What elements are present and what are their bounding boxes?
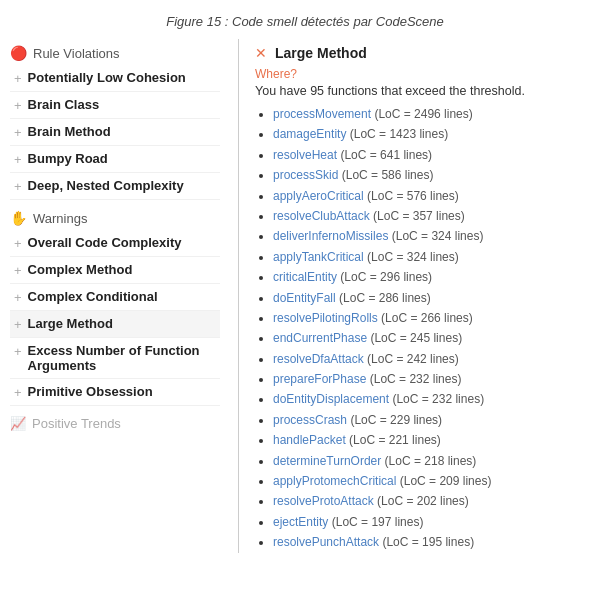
rule-item-brain-class[interactable]: + Brain Class (10, 92, 220, 119)
list-item: resolvePunchAttack (LoC = 195 lines) (273, 532, 600, 552)
close-button[interactable]: ✕ (255, 45, 267, 61)
list-item: processCrash (LoC = 229 lines) (273, 410, 600, 430)
right-panel: ✕ Large Method Where? You have 95 functi… (247, 39, 600, 553)
func-link[interactable]: determineTurnOrder (273, 454, 381, 468)
func-loc: (LoC = 209 lines) (400, 474, 492, 488)
func-link[interactable]: criticalEntity (273, 270, 337, 284)
left-panel: 🔴 Rule Violations + Potentially Low Cohe… (10, 39, 230, 553)
plus-icon: + (14, 344, 22, 359)
rule-label: Complex Method (28, 262, 133, 277)
func-link[interactable]: resolveProtoAttack (273, 494, 374, 508)
func-loc: (LoC = 221 lines) (349, 433, 441, 447)
list-item: processMovement (LoC = 2496 lines) (273, 104, 600, 124)
right-panel-title: Large Method (275, 45, 367, 61)
func-link[interactable]: resolveDfaAttack (273, 352, 364, 366)
plus-icon: + (14, 98, 22, 113)
func-loc: (LoC = 324 lines) (367, 250, 459, 264)
func-loc: (LoC = 2496 lines) (374, 107, 472, 121)
warnings-icon: ✋ (10, 210, 27, 226)
rule-item-potentially-low-cohesion[interactable]: + Potentially Low Cohesion (10, 65, 220, 92)
func-link[interactable]: resolvePunchAttack (273, 535, 379, 549)
rule-item-complex-method[interactable]: + Complex Method (10, 257, 220, 284)
func-link[interactable]: damageEntity (273, 127, 346, 141)
rule-item-overall-complexity[interactable]: + Overall Code Complexity (10, 230, 220, 257)
rule-label: Brain Class (28, 97, 100, 112)
func-link[interactable]: endCurrentPhase (273, 331, 367, 345)
rule-label: Deep, Nested Complexity (28, 178, 184, 193)
func-link[interactable]: processMovement (273, 107, 371, 121)
list-item: handlePacket (LoC = 221 lines) (273, 430, 600, 450)
list-item: applyAeroCritical (LoC = 576 lines) (273, 186, 600, 206)
plus-icon: + (14, 71, 22, 86)
violations-label: Rule Violations (33, 46, 119, 61)
func-link[interactable]: doEntityFall (273, 291, 336, 305)
func-loc: (LoC = 245 lines) (370, 331, 462, 345)
list-item: criticalEntity (LoC = 296 lines) (273, 267, 600, 287)
rule-label: Bumpy Road (28, 151, 108, 166)
func-loc: (LoC = 586 lines) (342, 168, 434, 182)
func-loc: (LoC = 357 lines) (373, 209, 465, 223)
func-link[interactable]: handlePacket (273, 433, 346, 447)
right-panel-header: ✕ Large Method (255, 39, 600, 63)
func-link[interactable]: resolveHeat (273, 148, 337, 162)
func-loc: (LoC = 232 lines) (370, 372, 462, 386)
warnings-section-header: ✋ Warnings (10, 204, 220, 230)
func-link[interactable]: prepareForPhase (273, 372, 366, 386)
plus-icon: + (14, 385, 22, 400)
list-item: resolveHeat (LoC = 641 lines) (273, 145, 600, 165)
plus-icon: + (14, 290, 22, 305)
func-loc: (LoC = 229 lines) (350, 413, 442, 427)
plus-icon: + (14, 317, 22, 332)
rule-label: Excess Number of Function Arguments (28, 343, 220, 373)
func-loc: (LoC = 242 lines) (367, 352, 459, 366)
list-item: doEntityDisplacement (LoC = 232 lines) (273, 389, 600, 409)
list-item: endCurrentPhase (LoC = 245 lines) (273, 328, 600, 348)
func-loc: (LoC = 202 lines) (377, 494, 469, 508)
func-link[interactable]: resolveClubAttack (273, 209, 370, 223)
list-item: prepareForPhase (LoC = 232 lines) (273, 369, 600, 389)
rule-label: Primitive Obsession (28, 384, 153, 399)
rule-label: Brain Method (28, 124, 111, 139)
list-item: resolvePilotingRolls (LoC = 266 lines) (273, 308, 600, 328)
positive-label: Positive Trends (32, 416, 121, 431)
func-link[interactable]: processSkid (273, 168, 338, 182)
violations-list: + Potentially Low Cohesion + Brain Class… (10, 65, 220, 200)
rule-label: Potentially Low Cohesion (28, 70, 186, 85)
func-link[interactable]: doEntityDisplacement (273, 392, 389, 406)
plus-icon: + (14, 152, 22, 167)
func-link[interactable]: processCrash (273, 413, 347, 427)
rule-item-brain-method[interactable]: + Brain Method (10, 119, 220, 146)
func-loc: (LoC = 576 lines) (367, 189, 459, 203)
rule-item-bumpy-road[interactable]: + Bumpy Road (10, 146, 220, 173)
plus-icon: + (14, 179, 22, 194)
list-item: doEntityFall (LoC = 286 lines) (273, 288, 600, 308)
function-list: processMovement (LoC = 2496 lines) damag… (255, 104, 600, 553)
plus-icon: + (14, 263, 22, 278)
rule-item-complex-conditional[interactable]: + Complex Conditional (10, 284, 220, 311)
func-link[interactable]: ejectEntity (273, 515, 328, 529)
rule-item-deep-nested[interactable]: + Deep, Nested Complexity (10, 173, 220, 200)
list-item: deliverInfernoMissiles (LoC = 324 lines) (273, 226, 600, 246)
func-loc: (LoC = 324 lines) (392, 229, 484, 243)
func-loc: (LoC = 296 lines) (340, 270, 432, 284)
rule-item-primitive-obsession[interactable]: + Primitive Obsession (10, 379, 220, 406)
violations-section-header: 🔴 Rule Violations (10, 39, 220, 65)
func-link[interactable]: applyTankCritical (273, 250, 364, 264)
func-loc: (LoC = 218 lines) (385, 454, 477, 468)
where-label: Where? (255, 67, 600, 81)
func-link[interactable]: applyProtomechCritical (273, 474, 396, 488)
positive-icon: 📈 (10, 416, 26, 431)
func-loc: (LoC = 641 lines) (340, 148, 432, 162)
rule-item-large-method[interactable]: + Large Method (10, 311, 220, 338)
func-link[interactable]: deliverInfernoMissiles (273, 229, 388, 243)
func-link[interactable]: resolvePilotingRolls (273, 311, 378, 325)
rule-item-excess-args[interactable]: + Excess Number of Function Arguments (10, 338, 220, 379)
list-item: ejectEntity (LoC = 197 lines) (273, 512, 600, 532)
rule-label: Complex Conditional (28, 289, 158, 304)
func-loc: (LoC = 197 lines) (332, 515, 424, 529)
warnings-list: + Overall Code Complexity + Complex Meth… (10, 230, 220, 406)
plus-icon: + (14, 236, 22, 251)
func-loc: (LoC = 286 lines) (339, 291, 431, 305)
func-link[interactable]: applyAeroCritical (273, 189, 364, 203)
list-item: resolveDfaAttack (LoC = 242 lines) (273, 349, 600, 369)
